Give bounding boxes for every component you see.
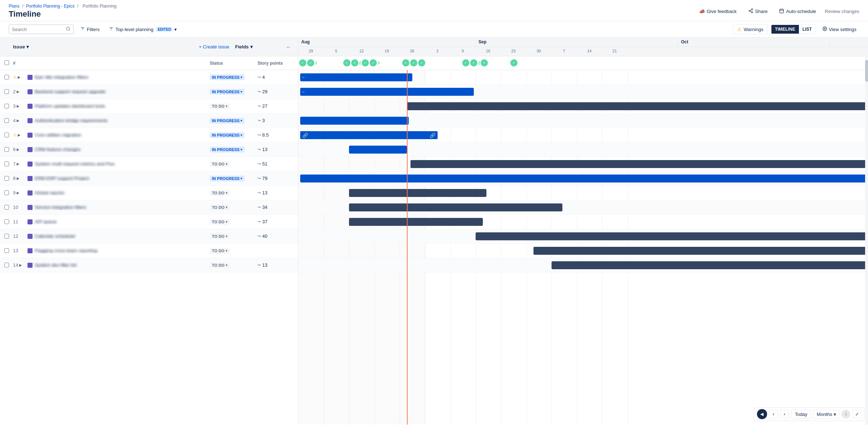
fields-column-header[interactable]: Fields ▾ (232, 44, 283, 50)
row-expand[interactable]: ▶ (19, 263, 22, 267)
week-label: 29 (298, 47, 324, 56)
status-badge[interactable]: TO DO▾ (210, 205, 230, 210)
status-badge[interactable]: TO DO▾ (210, 161, 230, 167)
gantt-bar[interactable] (300, 175, 868, 182)
row-expand[interactable]: ▶ (17, 147, 20, 151)
status-badge[interactable]: TO DO▾ (210, 190, 230, 196)
issue-column-header[interactable]: Issue ▾ (13, 44, 196, 50)
gantt-bar[interactable] (533, 247, 868, 255)
row-checkbox[interactable] (4, 162, 9, 166)
search-box[interactable] (9, 25, 74, 34)
status-badge[interactable]: IN PROGRESS▾ (210, 118, 244, 124)
status-badge[interactable]: IN PROGRESS▾ (210, 74, 244, 80)
scroll-left-button[interactable]: ‹ (769, 410, 778, 418)
gantt-bar[interactable]: ← (300, 73, 412, 81)
status-badge[interactable]: IN PROGRESS▾ (210, 147, 244, 152)
row-checkbox[interactable] (4, 104, 9, 108)
scroll-right-button[interactable]: › (780, 410, 789, 418)
status-badge[interactable]: IN PROGRESS▾ (210, 89, 244, 95)
filter-icon (80, 26, 85, 32)
milestone-icon: ✓ (470, 59, 477, 66)
megaphone-icon: 📣 (699, 9, 705, 14)
row-checkbox[interactable] (4, 205, 9, 210)
row-checkbox[interactable] (4, 248, 9, 253)
gantt-bar[interactable] (349, 189, 486, 197)
gantt-bar[interactable] (476, 232, 868, 240)
review-changes-button[interactable]: Review changes (825, 9, 859, 14)
header-checkbox[interactable] (4, 60, 9, 65)
row-checkbox[interactable] (4, 147, 9, 152)
status-badge[interactable]: TO DO▾ (210, 103, 230, 109)
share-button[interactable]: Share (745, 7, 771, 16)
list-tab[interactable]: LIST (799, 25, 816, 34)
row-checkbox[interactable] (4, 176, 9, 181)
row-checkbox[interactable] (4, 133, 9, 137)
milestone-row: ✓ ✓ 2 ✓ ✓ 2 ✓ ✓ 3 ✓ ✓ ✓ ✓ (298, 56, 868, 70)
row-checkbox[interactable] (4, 89, 9, 94)
row-checkbox[interactable] (4, 263, 9, 267)
left-panel: Issue ▾ + Create issue Fields ▾ ↔ # Stat… (0, 38, 298, 425)
row-expand[interactable]: ▶ (18, 75, 21, 79)
today-button[interactable]: Today (791, 410, 812, 419)
gantt-bar[interactable] (410, 160, 868, 168)
table-row: 11 API queue TO DO▾ ↪37 (0, 215, 298, 229)
scroll-left-start-button[interactable]: ◀ (757, 409, 767, 419)
story-points-icon: ↪ (258, 89, 261, 94)
gantt-body: ← ← 🔗 🔗 (298, 70, 868, 425)
gantt-bar[interactable] (349, 203, 562, 211)
status-badge[interactable]: TO DO▾ (210, 219, 230, 225)
row-expand[interactable]: ▶ (17, 176, 20, 180)
status-badge[interactable]: IN PROGRESS▾ (210, 132, 244, 138)
row-checkbox[interactable] (4, 234, 9, 239)
row-expand[interactable]: ▶ (17, 90, 20, 94)
gantt-bar[interactable] (349, 218, 483, 226)
create-issue-button[interactable]: + Create issue (196, 43, 232, 51)
week-label: 26 (400, 47, 425, 56)
row-expand[interactable]: ▶ (17, 191, 20, 195)
settings-icon (822, 26, 827, 32)
gantt-bar[interactable] (300, 117, 409, 125)
row-checkbox[interactable] (4, 190, 9, 195)
gantt-row-6 (298, 142, 868, 157)
status-badge[interactable]: TO DO▾ (210, 248, 230, 254)
autoschedule-button[interactable]: Auto-schedule (776, 7, 819, 16)
row-expand[interactable]: ▶ (17, 119, 20, 123)
row-checkbox[interactable] (4, 75, 9, 80)
gantt-bar[interactable] (552, 261, 868, 269)
bar-arrow-left: ← (300, 90, 307, 94)
info-button[interactable]: i (842, 410, 850, 418)
view-settings-button[interactable]: View settings (820, 25, 859, 34)
status-badge[interactable]: TO DO▾ (210, 233, 230, 239)
warnings-button[interactable]: ⚠ Warnings (733, 24, 767, 34)
milestone-icon: ✓ (362, 59, 369, 66)
gantt-bar[interactable]: ← (300, 88, 474, 96)
collapse-arrow[interactable]: ↔ (283, 44, 294, 50)
vertical-scrollbar[interactable] (865, 56, 868, 425)
row-expand[interactable]: ▶ (17, 162, 20, 166)
time-scale-select[interactable]: Months ▾ (813, 410, 839, 419)
row-checkbox[interactable] (4, 118, 9, 123)
row-expand[interactable]: ▶ (17, 104, 20, 108)
chevron-left-icon: ‹ (773, 412, 774, 417)
scrollbar-thumb[interactable] (865, 60, 868, 82)
top-bar: Plans / Portfolio Planning - Epics / Por… (0, 0, 868, 21)
breadcrumb-plans[interactable]: Plans (9, 4, 20, 9)
timeline-list-toggle: TIMELINE LIST (771, 25, 816, 34)
svg-point-2 (752, 12, 753, 13)
timeline-tab[interactable]: TIMELINE (771, 25, 799, 34)
gantt-bar[interactable]: 🔗 🔗 (300, 131, 438, 139)
gantt-bar[interactable] (407, 102, 868, 110)
gantt-row-1: ← (298, 70, 868, 85)
status-badge[interactable]: IN PROGRESS▾ (210, 176, 244, 181)
feedback-button[interactable]: 📣 Give feedback (696, 7, 740, 16)
planning-button[interactable]: Top-level planning EDITED ▾ (106, 25, 179, 34)
gantt-bar[interactable] (349, 146, 407, 154)
fullscreen-button[interactable]: ⤢ (852, 410, 861, 418)
breadcrumb-portfolio-epics[interactable]: Portfolio Planning - Epics (26, 4, 75, 9)
search-input[interactable] (12, 27, 64, 32)
status-badge[interactable]: TO DO▾ (210, 262, 230, 268)
filters-button[interactable]: Filters (77, 25, 102, 34)
row-expand[interactable]: ▶ (18, 133, 21, 137)
gantt-panel: Aug Sep Oct 29 5 12 19 26 2 9 16 23 30 7… (298, 38, 868, 425)
row-checkbox[interactable] (4, 219, 9, 224)
